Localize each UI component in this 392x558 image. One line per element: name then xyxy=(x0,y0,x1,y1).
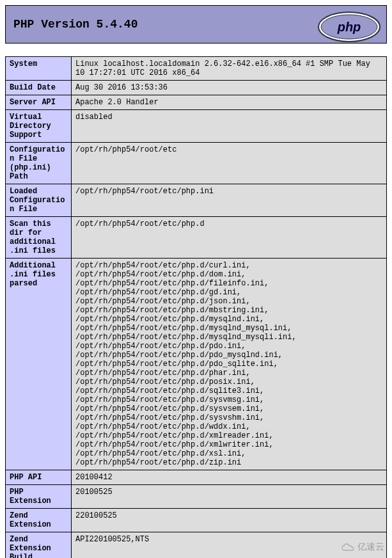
row-value: /opt/rh/php54/root/etc/php.d xyxy=(72,217,387,259)
phpinfo-table: SystemLinux localhost.localdomain 2.6.32… xyxy=(5,56,387,558)
row-key: Configuration File (php.ini) Path xyxy=(6,143,72,184)
php-logo-icon: php xyxy=(317,11,381,45)
row-value: Aug 30 2016 13:53:36 xyxy=(72,81,387,95)
table-row: Server APIApache 2.0 Handler xyxy=(6,95,387,110)
table-row: Zend Extension BuildAPI220100525,NTS xyxy=(6,532,387,559)
row-key: Build Date xyxy=(6,81,72,95)
watermark-text: 亿速云 xyxy=(357,541,384,553)
table-row: Loaded Configuration File/opt/rh/php54/r… xyxy=(6,184,387,217)
row-key: Server API xyxy=(6,95,72,110)
row-value: /opt/rh/php54/root/etc/php.d/curl.ini, /… xyxy=(72,259,387,470)
svg-text:php: php xyxy=(337,20,361,34)
row-key: System xyxy=(6,57,72,81)
row-value: Apache 2.0 Handler xyxy=(72,95,387,110)
table-row: Virtual Directory Supportdisabled xyxy=(6,110,387,143)
row-key: Scan this dir for additional .ini files xyxy=(6,217,72,259)
header-bar: PHP Version 5.4.40 php xyxy=(5,5,387,44)
row-value: Linux localhost.localdomain 2.6.32-642.e… xyxy=(72,57,387,81)
row-value: /opt/rh/php54/root/etc/php.ini xyxy=(72,184,387,217)
table-row: Scan this dir for additional .ini files/… xyxy=(6,217,387,259)
table-row: SystemLinux localhost.localdomain 2.6.32… xyxy=(6,57,387,81)
row-value: 20100412 xyxy=(72,470,387,485)
table-row: PHP API20100412 xyxy=(6,470,387,485)
row-value: 220100525 xyxy=(72,509,387,532)
row-value: /opt/rh/php54/root/etc xyxy=(72,143,387,184)
table-row: Build DateAug 30 2016 13:53:36 xyxy=(6,81,387,95)
row-key: Zend Extension xyxy=(6,509,72,532)
table-row: Zend Extension220100525 xyxy=(6,509,387,532)
row-value: disabled xyxy=(72,110,387,143)
table-row: Configuration File (php.ini) Path/opt/rh… xyxy=(6,143,387,184)
row-key: Zend Extension Build xyxy=(6,532,72,559)
page-title: PHP Version 5.4.40 xyxy=(13,18,137,31)
row-value: API220100525,NTS xyxy=(72,532,387,559)
row-key: PHP Extension xyxy=(6,485,72,509)
row-key: PHP API xyxy=(6,470,72,485)
table-row: PHP Extension20100525 xyxy=(6,485,387,509)
row-key: Virtual Directory Support xyxy=(6,110,72,143)
row-value: 20100525 xyxy=(72,485,387,509)
row-key: Loaded Configuration File xyxy=(6,184,72,217)
table-row: Additional .ini files parsed/opt/rh/php5… xyxy=(6,259,387,470)
row-key: Additional .ini files parsed xyxy=(6,259,72,470)
watermark: 亿速云 xyxy=(341,541,384,553)
cloud-icon xyxy=(341,542,355,552)
